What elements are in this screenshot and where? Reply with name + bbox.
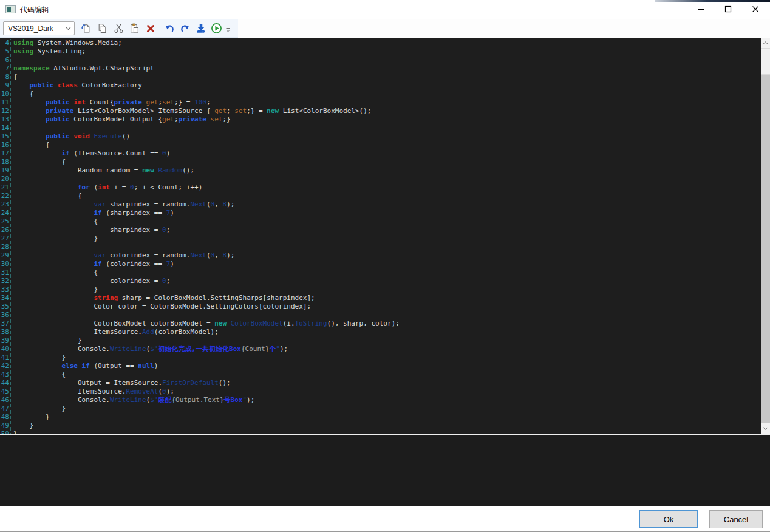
paste-button[interactable]	[127, 21, 142, 36]
line-number: 9	[0, 81, 11, 90]
delete-icon	[146, 24, 155, 33]
line-number: 24	[0, 209, 11, 217]
code-line: 48 }	[0, 413, 761, 421]
line-number: 16	[0, 141, 11, 149]
code-line: 28	[0, 243, 761, 251]
close-button[interactable]	[745, 1, 766, 17]
toolbar: VS2019_Dark	[0, 19, 770, 38]
code-line: 18 {	[0, 158, 761, 166]
line-number: 45	[0, 387, 11, 396]
footer-bar: Ok Cancel	[0, 506, 770, 531]
code-line: 24 if (sharpindex == 7)	[0, 209, 761, 217]
line-number: 20	[0, 175, 11, 183]
code-line: 14	[0, 124, 761, 132]
line-number: 10	[0, 90, 11, 98]
code-lines: 4using System.Windows.Media;5using Syste…	[0, 39, 761, 434]
code-line: 12 private List<ColorBoxModel> ItemsSour…	[0, 107, 761, 115]
scrollbar-up-button[interactable]	[761, 38, 770, 48]
redo-button[interactable]	[177, 21, 192, 36]
ok-button-label: Ok	[664, 515, 674, 524]
line-number: 8	[0, 73, 11, 81]
minimize-icon	[697, 5, 704, 13]
code-line: 41 }	[0, 353, 761, 362]
line-number: 48	[0, 413, 11, 421]
line-number: 19	[0, 166, 11, 175]
line-number: 17	[0, 149, 11, 158]
theme-select[interactable]: VS2019_Dark	[3, 21, 75, 35]
code-line: 8{	[0, 73, 761, 81]
code-line: 16 {	[0, 141, 761, 149]
line-number: 49	[0, 421, 11, 430]
scrollbar-thumb[interactable]	[761, 48, 770, 75]
line-number: 33	[0, 285, 11, 294]
code-line: 5using System.Linq;	[0, 47, 761, 56]
scrollbar-down-button[interactable]	[761, 423, 770, 434]
new-document-button[interactable]	[78, 21, 94, 36]
editor-scrollbar[interactable]	[761, 38, 770, 434]
undo-button[interactable]	[162, 21, 177, 36]
code-line: 32 colorindex = 0;	[0, 277, 761, 285]
chevron-down-icon	[66, 27, 71, 30]
background-window-edge	[655, 0, 770, 2]
line-number: 21	[0, 183, 11, 192]
output-pane[interactable]	[0, 435, 770, 506]
cancel-button-label: Cancel	[724, 515, 748, 524]
maximize-icon	[724, 5, 732, 13]
save-button[interactable]	[193, 21, 208, 36]
code-line: 27 }	[0, 234, 761, 243]
cancel-button[interactable]: Cancel	[709, 510, 763, 528]
line-number: 15	[0, 132, 11, 141]
code-line: 19 Random random = new Random();	[0, 166, 761, 175]
delete-button[interactable]	[143, 21, 158, 36]
overflow-icon	[225, 26, 231, 33]
toolbar-overflow-button[interactable]	[223, 24, 232, 35]
line-number: 39	[0, 336, 11, 345]
code-line: 22 {	[0, 192, 761, 200]
code-line: 23 var sharpindex = random.Next(0, 8);	[0, 200, 761, 209]
line-number: 7	[0, 64, 11, 73]
cut-icon	[114, 23, 124, 33]
line-number: 44	[0, 379, 11, 387]
code-line: 7namespace AIStudio.Wpf.CSharpScript	[0, 64, 761, 73]
chevron-down-icon	[763, 427, 768, 430]
ok-button[interactable]: Ok	[639, 510, 698, 528]
code-line: 45 ItemsSource.RemoveAt(0);	[0, 387, 761, 396]
line-number: 28	[0, 243, 11, 251]
code-line: 15 public void Execute()	[0, 132, 761, 141]
code-line: 37 ColorBoxModel colorBoxModel = new Col…	[0, 319, 761, 328]
line-number: 18	[0, 158, 11, 166]
line-number: 5	[0, 47, 11, 56]
run-button[interactable]	[209, 21, 224, 36]
line-number: 14	[0, 124, 11, 132]
close-icon	[752, 5, 759, 13]
code-line: 10 {	[0, 90, 761, 98]
code-line: 21 for (int i = 0; i < Count; i++)	[0, 183, 761, 192]
line-number: 6	[0, 56, 11, 64]
code-line: 38 ItemsSource.Add(colorBoxModel);	[0, 328, 761, 336]
code-line: 25 {	[0, 217, 761, 226]
line-number: 25	[0, 217, 11, 226]
line-number: 35	[0, 302, 11, 311]
line-number: 31	[0, 268, 11, 277]
line-number: 47	[0, 404, 11, 413]
code-line: 44 Output = ItemsSource.FirstOrDefault()…	[0, 379, 761, 387]
maximize-button[interactable]	[718, 1, 738, 17]
line-number: 36	[0, 311, 11, 319]
copy-button[interactable]	[95, 21, 110, 36]
code-line: 6	[0, 56, 761, 64]
code-line: 20	[0, 175, 761, 183]
code-line: 36	[0, 311, 761, 319]
window-icon	[5, 5, 16, 13]
code-line: 31 {	[0, 268, 761, 277]
line-number: 12	[0, 107, 11, 115]
line-number: 46	[0, 396, 11, 404]
cut-button[interactable]	[111, 21, 126, 36]
line-number: 29	[0, 251, 11, 260]
save-icon	[196, 23, 206, 34]
code-line: 33 }	[0, 285, 761, 294]
code-line: 35 Color color = ColorBoxModel.SettingCo…	[0, 302, 761, 311]
line-number: 23	[0, 200, 11, 209]
code-editor[interactable]: 4using System.Windows.Media;5using Syste…	[0, 38, 761, 434]
code-line: 42 else if (Output == null)	[0, 362, 761, 370]
minimize-button[interactable]	[690, 1, 711, 17]
